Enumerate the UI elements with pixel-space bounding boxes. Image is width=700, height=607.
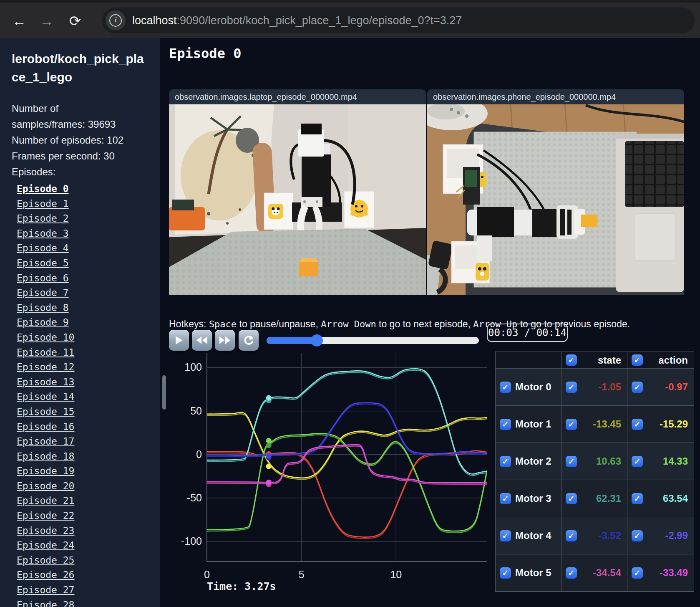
column-header-label: action [643, 354, 694, 366]
checkbox-motor-0[interactable]: ✓ [500, 382, 511, 393]
hotkey-text: Hotkeys: [169, 319, 209, 329]
sidebar-episode-link[interactable]: Episode 27 [17, 583, 74, 598]
checkbox-motor-5-state[interactable]: ✓ [566, 567, 577, 579]
browser-forward-icon[interactable]: → [38, 12, 56, 30]
current-time-dot-action [266, 395, 272, 401]
play-button[interactable] [169, 330, 189, 351]
fast-forward-button[interactable] [215, 330, 235, 351]
motor-name-label: Motor 2 [515, 455, 551, 467]
checkbox-motor-4-action[interactable]: ✓ [632, 530, 643, 541]
checkbox-all-action[interactable]: ✓ [632, 354, 643, 366]
checkbox-motor-5[interactable]: ✓ [500, 567, 511, 579]
state-cell: ✓-1.05 [562, 369, 627, 406]
seek-slider-thumb[interactable] [311, 334, 323, 346]
checkbox-all-state[interactable]: ✓ [566, 354, 577, 366]
sidebar-episode-link[interactable]: Episode 26 [17, 568, 74, 583]
rewind-icon [196, 336, 208, 345]
seek-slider[interactable] [267, 337, 479, 344]
sidebar-episode-link[interactable]: Episode 7 [17, 286, 74, 301]
motor-name-cell: ✓Motor 0 [496, 369, 562, 406]
sidebar-episode-link[interactable]: Episode 20 [17, 479, 74, 494]
chart-line-state [207, 370, 487, 475]
motor-name-label: Motor 3 [515, 493, 551, 504]
table-row: ✓Motor 0✓-1.05✓-0.97 [496, 369, 694, 406]
sidebar-episode-link[interactable]: Episode 3 [17, 226, 74, 241]
checkbox-motor-2-action[interactable]: ✓ [632, 456, 643, 467]
sidebar-episode-link[interactable]: Episode 19 [17, 464, 74, 479]
checkbox-motor-5-action[interactable]: ✓ [632, 567, 643, 579]
sidebar-episode-link[interactable]: Episode 8 [17, 301, 74, 316]
checkbox-motor-4[interactable]: ✓ [500, 530, 511, 541]
site-info-button[interactable]: i [106, 10, 126, 30]
sidebar-episode-link[interactable]: Episode 14 [17, 389, 74, 405]
video-title-laptop: observation.images.laptop_episode_000000… [169, 89, 426, 104]
sidebar-episode-link[interactable]: Episode 17 [17, 434, 74, 449]
state-value: -1.05 [577, 381, 627, 393]
table-row: ✓Motor 2✓10.63✓14.33 [496, 443, 694, 480]
browser-toolbar: ← → ⟳ i localhost:9090/lerobot/koch_pick… [0, 0, 700, 38]
video-laptop[interactable] [169, 104, 426, 295]
action-cell: ✓-15.29 [627, 406, 694, 443]
motor-name-cell: ✓Motor 1 [496, 406, 562, 443]
checkbox-motor-0-action[interactable]: ✓ [632, 382, 643, 393]
sidebar-episode-link[interactable]: Episode 6 [17, 271, 74, 286]
sidebar-episode-link[interactable]: Episode 4 [17, 241, 74, 256]
sidebar-episode-link[interactable]: Episode 10 [17, 330, 74, 345]
current-time-dot-action [266, 464, 272, 469]
y-tick-label: 0 [196, 448, 202, 460]
sidebar-episode-link[interactable]: Episode 12 [17, 360, 74, 375]
browser-back-icon[interactable]: ← [10, 12, 28, 30]
y-tick-label: 100 [184, 361, 202, 373]
browser-reload-icon[interactable]: ⟳ [66, 12, 84, 30]
motor-name-cell: ✓Motor 2 [496, 443, 562, 480]
sidebar-episode-link[interactable]: Episode 28 [17, 598, 74, 607]
checkbox-motor-0-state[interactable]: ✓ [566, 382, 577, 393]
sidebar-episode-link[interactable]: Episode 25 [17, 553, 74, 568]
checkbox-motor-2[interactable]: ✓ [500, 456, 511, 467]
rewind-button[interactable] [192, 330, 212, 351]
loop-button[interactable] [239, 330, 259, 351]
y-tick-label: 50 [190, 405, 202, 417]
sidebar-episode-link[interactable]: Episode 16 [17, 420, 74, 435]
motor-name-label: Motor 1 [515, 418, 551, 430]
sidebar-episode-link[interactable]: Episode 13 [17, 375, 74, 390]
address-bar[interactable]: i localhost:9090/lerobot/koch_pick_place… [102, 8, 695, 33]
sidebar-episode-link[interactable]: Episode 5 [17, 256, 74, 271]
fast-forward-icon [219, 336, 231, 345]
sidebar-episode-link[interactable]: Episode 18 [17, 449, 74, 464]
video-title-phone: observation.images.phone_episode_000000.… [427, 89, 684, 104]
sidebar-episode-link[interactable]: Episode 15 [17, 405, 74, 420]
checkbox-motor-1[interactable]: ✓ [500, 419, 511, 430]
dataset-info-line: Frames per second: 30 [12, 148, 154, 164]
action-cell: ✓14.33 [627, 443, 694, 480]
sidebar-episode-link[interactable]: Episode 11 [17, 345, 74, 360]
sidebar-episode-link[interactable]: Episode 9 [17, 315, 74, 330]
sidebar-episode-link[interactable]: Episode 23 [17, 524, 74, 539]
time-display: 00:03 / 00:14 [487, 324, 568, 342]
sidebar-episode-link[interactable]: Episode 21 [17, 493, 74, 508]
sidebar: lerobot/koch_pick_place_1_lego Number of… [0, 38, 160, 607]
sidebar-episode-link[interactable]: Episode 2 [17, 211, 74, 226]
checkbox-motor-1-state[interactable]: ✓ [566, 419, 577, 430]
column-header-action: ✓action [627, 352, 694, 369]
state-cell: ✓-13.45 [562, 406, 627, 443]
checkbox-motor-3-action[interactable]: ✓ [632, 493, 643, 504]
checkbox-motor-1-action[interactable]: ✓ [632, 419, 643, 430]
checkbox-motor-3-state[interactable]: ✓ [566, 493, 577, 504]
video-phone[interactable] [427, 104, 684, 295]
dataset-info: Number ofsamples/frames: 39693Number of … [12, 101, 154, 180]
action-value: -0.97 [643, 381, 694, 393]
y-tick-label: -50 [187, 492, 202, 503]
checkbox-motor-4-state[interactable]: ✓ [566, 530, 577, 541]
motor-chart[interactable]: 100500-50-1000510 [159, 349, 492, 607]
sidebar-episode-link[interactable]: Episode 24 [17, 538, 74, 553]
state-cell: ✓-3.52 [562, 517, 627, 554]
sidebar-episode-link[interactable]: Episode 1 [17, 197, 74, 212]
sidebar-episode-link[interactable]: Episode 0 [17, 182, 74, 197]
state-value: -13.45 [577, 418, 627, 430]
checkbox-motor-2-state[interactable]: ✓ [566, 456, 577, 467]
sidebar-episode-link[interactable]: Episode 22 [17, 508, 74, 524]
url-path: :9090/lerobot/koch_pick_place_1_lego/epi… [177, 14, 462, 27]
checkbox-motor-3[interactable]: ✓ [500, 493, 511, 504]
page-title: Episode 0 [169, 46, 241, 61]
